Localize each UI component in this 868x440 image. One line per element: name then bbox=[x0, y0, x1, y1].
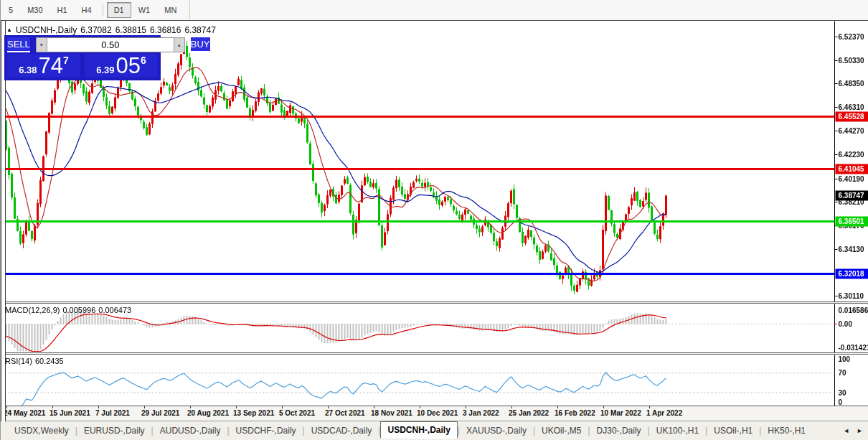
lot-decrease-button[interactable]: ▼ bbox=[36, 37, 47, 52]
chart-tab-bar: USDX,Weekly|EURUSD-,Daily|AUDUSD-,Daily|… bbox=[1, 421, 868, 440]
date-tick bbox=[420, 406, 420, 408]
lot-size-input[interactable] bbox=[47, 37, 174, 52]
tab-hk50-h1[interactable]: HK50-,H1 bbox=[761, 423, 812, 439]
date-tick bbox=[374, 406, 374, 408]
date-tick bbox=[511, 406, 512, 408]
price-chart-panel: ▲ USDCNH-,Daily 6.37082 6.38815 6.36816 … bbox=[1, 21, 868, 301]
date-label: 27 Oct 2021 bbox=[325, 409, 365, 417]
sell-price-prefix: 6.38 bbox=[19, 64, 37, 77]
date-tick bbox=[603, 406, 604, 408]
date-label: 15 Jun 2021 bbox=[49, 409, 90, 417]
date-tick bbox=[466, 406, 466, 408]
date-label: 18 Nov 2021 bbox=[371, 409, 412, 417]
date-label: 7 Jul 2021 bbox=[95, 409, 130, 417]
chart-window: ▲ USDCNH-,Daily 6.37082 6.38815 6.36816 … bbox=[1, 20, 868, 421]
sell-price-display[interactable]: 6.38 74 7 bbox=[7, 54, 80, 78]
sell-price-main: 74 bbox=[39, 56, 63, 77]
buy-price-pip: 6 bbox=[141, 55, 146, 66]
sell-button[interactable]: SELL bbox=[7, 37, 30, 52]
ohlc-high: 6.38815 bbox=[115, 25, 146, 35]
tab-eurusd-daily[interactable]: EURUSD-,Daily bbox=[77, 423, 151, 439]
lot-increase-button[interactable]: ▲ bbox=[174, 37, 185, 52]
tab-xauusd-daily[interactable]: XAUUSD-,Daily bbox=[460, 423, 533, 439]
rsi-canvas[interactable] bbox=[1, 355, 868, 406]
chart-header: ▲ USDCNH-,Daily 6.37082 6.38815 6.36816 … bbox=[6, 25, 216, 35]
tab-scroll-arrows: ◄ ► bbox=[843, 427, 868, 434]
macd-panel: MACD(12,26,9)0.0059960.006473 bbox=[1, 304, 868, 352]
toolbar-divider bbox=[189, 1, 190, 19]
date-label: 20 Aug 2021 bbox=[187, 409, 229, 417]
trading-terminal: 5M30H1H4D1W1MN ▲ USDCNH-,Daily 6.37082 6… bbox=[0, 0, 868, 440]
sell-price-pip: 7 bbox=[63, 55, 69, 66]
date-label: 25 Jan 2022 bbox=[509, 409, 549, 417]
timeframe-button-w1[interactable]: W1 bbox=[131, 2, 158, 18]
ohlc-open: 6.37082 bbox=[80, 25, 111, 35]
chart-symbol-period: USDCNH-,Daily bbox=[16, 25, 77, 35]
rsi-label: RSI(14)60.2435 bbox=[5, 357, 67, 365]
timeframe-button-5[interactable]: 5 bbox=[1, 2, 20, 18]
tab-usoil-h1[interactable]: USOil-,H1 bbox=[707, 423, 759, 439]
date-tick bbox=[236, 406, 237, 408]
date-label: 10 Mar 2022 bbox=[600, 409, 641, 417]
date-label: 13 Sep 2021 bbox=[233, 409, 274, 417]
buy-price-display[interactable]: 6.39 05 6 bbox=[85, 54, 158, 78]
date-tick bbox=[98, 406, 99, 408]
tab-ukoil-m5[interactable]: UKOil-,M5 bbox=[535, 423, 588, 439]
date-axis: 24 May 202115 Jun 20217 Jul 202129 Jul 2… bbox=[1, 406, 868, 421]
tab-usdx-weekly[interactable]: USDX,Weekly bbox=[8, 423, 75, 439]
date-label: 3 Jan 2022 bbox=[463, 409, 499, 417]
date-tick bbox=[52, 406, 53, 408]
macd-label: MACD(12,26,9)0.0059960.006473 bbox=[5, 306, 134, 314]
one-click-trading-panel: SELL ▼ ▲ BUY 6.38 74 7 6.39 bbox=[4, 35, 161, 80]
date-tick bbox=[190, 406, 191, 408]
timeframe-button-mn[interactable]: MN bbox=[157, 2, 184, 18]
date-label: 10 Dec 2021 bbox=[417, 409, 458, 417]
timeframe-toolbar: 5M30H1H4D1W1MN bbox=[1, 0, 868, 20]
timeframe-button-h1[interactable]: H1 bbox=[50, 2, 75, 18]
date-label: 16 Feb 2022 bbox=[555, 409, 595, 417]
lot-size-stepper: ▼ ▲ bbox=[36, 37, 185, 52]
buy-button[interactable]: BUY bbox=[191, 37, 210, 52]
rsi-panel: RSI(14)60.2435 bbox=[1, 355, 868, 406]
date-tick bbox=[6, 406, 7, 408]
collapse-panel-icon[interactable]: ▲ bbox=[6, 27, 12, 33]
timeframe-button-d1[interactable]: D1 bbox=[107, 2, 131, 18]
timeframe-button-m30[interactable]: M30 bbox=[20, 2, 49, 18]
ohlc-close: 6.38747 bbox=[184, 25, 215, 35]
date-tick bbox=[328, 406, 329, 408]
tab-scroll-right-icon[interactable]: ► bbox=[857, 427, 863, 434]
date-tick bbox=[557, 406, 558, 408]
tab-usdcad-daily[interactable]: USDCAD-,Daily bbox=[305, 423, 379, 439]
tab-usdchf-daily[interactable]: USDCHF-,Daily bbox=[230, 423, 303, 439]
ohlc-low: 6.36816 bbox=[150, 25, 181, 35]
date-label: 5 Oct 2021 bbox=[279, 409, 315, 417]
tab-audusd-daily[interactable]: AUDUSD-,Daily bbox=[154, 423, 227, 439]
date-tick bbox=[282, 406, 283, 408]
timeframe-button-h4[interactable]: H4 bbox=[75, 2, 99, 18]
tab-uk100-h1[interactable]: UK100-,H1 bbox=[650, 423, 705, 439]
tab-usdcnh-daily[interactable]: USDCNH-,Daily bbox=[380, 421, 457, 439]
date-label: 29 Jul 2021 bbox=[141, 409, 179, 417]
date-tick bbox=[649, 406, 650, 408]
date-label: 24 May 2021 bbox=[4, 409, 45, 417]
buy-price-main: 05 bbox=[116, 56, 141, 77]
tab-scroll-left-icon[interactable]: ◄ bbox=[843, 427, 849, 434]
date-tick bbox=[144, 406, 145, 408]
toolbar-divider bbox=[103, 4, 103, 17]
tab-dj30-daily[interactable]: DJ30-,Daily bbox=[590, 423, 648, 439]
date-label: 1 Apr 2022 bbox=[646, 409, 682, 417]
buy-price-prefix: 6.39 bbox=[96, 64, 114, 77]
